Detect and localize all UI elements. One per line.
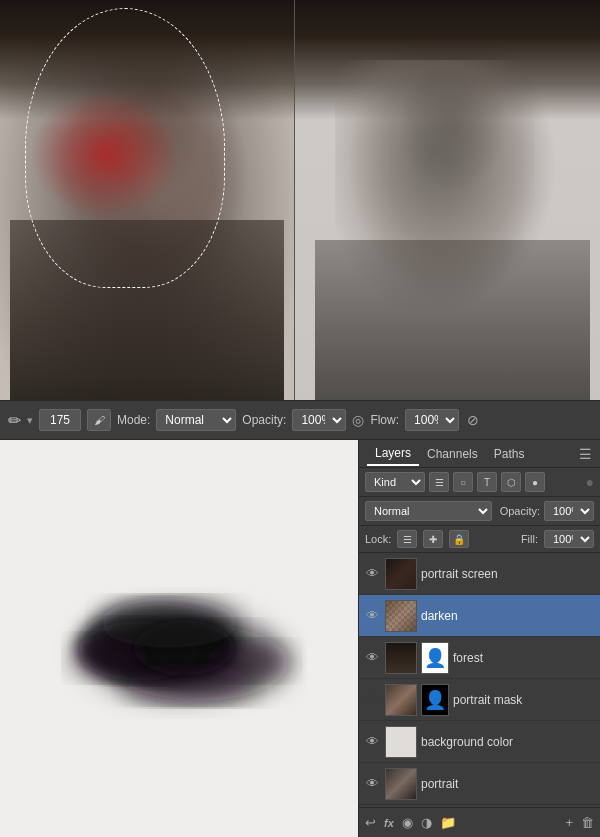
brush-preset-icon[interactable]: 🖌 xyxy=(87,409,111,431)
filter-icon-circle[interactable]: ○ xyxy=(453,472,473,492)
blend-mode-row: Normal Opacity: 100% xyxy=(359,497,600,526)
lock-position-btn[interactable]: 🔒 xyxy=(449,530,469,548)
layer-thumb-darken xyxy=(385,600,417,632)
layer-thumb-portrait-screen xyxy=(385,558,417,590)
toolbar-separator-1: ▾ xyxy=(27,414,33,427)
toolbar: ✏ ▾ 175 🖌 Mode: Normal Opacity: 100% ◎ F… xyxy=(0,400,600,440)
blend-mode-dropdown[interactable]: Normal xyxy=(365,501,492,521)
filter-icon-smart[interactable]: ● xyxy=(525,472,545,492)
flow-dropdown[interactable]: 100% xyxy=(405,409,459,431)
tab-channels[interactable]: Channels xyxy=(419,443,486,465)
lock-row: Lock: ☰ ✚ 🔒 Fill: 100% xyxy=(359,526,600,553)
layer-portrait-screen[interactable]: 👁 portrait screen xyxy=(359,553,600,595)
filter-icon-shape[interactable]: ⬡ xyxy=(501,472,521,492)
layer-name-portrait: portrait xyxy=(421,777,596,791)
layer-background-color[interactable]: 👁 background color xyxy=(359,721,600,763)
canvas-area xyxy=(0,0,600,400)
layer-mask-forest: 👤 xyxy=(421,642,449,674)
airbrush-icon[interactable]: ◎ xyxy=(352,412,364,428)
layer-portrait-mask[interactable]: 👁 👤 portrait mask xyxy=(359,679,600,721)
opacity-value-dropdown[interactable]: 100% xyxy=(544,501,594,521)
panel-menu-icon[interactable]: ☰ xyxy=(579,446,592,462)
canvas-right[interactable] xyxy=(295,0,600,400)
layer-thumb-bg-color xyxy=(385,726,417,758)
canvas-left[interactable] xyxy=(0,0,295,400)
opacity-dropdown[interactable]: 100% xyxy=(292,409,346,431)
layer-visibility-bg-color[interactable]: 👁 xyxy=(363,733,381,751)
add-mask-icon[interactable]: ◉ xyxy=(402,815,413,830)
lock-image-btn[interactable]: ✚ xyxy=(423,530,443,548)
filter-toggle-icon[interactable]: ● xyxy=(586,474,594,490)
new-layer-icon[interactable]: + xyxy=(565,815,573,830)
flow-label: Flow: xyxy=(370,413,399,427)
mode-label: Mode: xyxy=(117,413,150,427)
layer-visibility-portrait[interactable]: 👁 xyxy=(363,775,381,793)
fx-icon[interactable]: fx xyxy=(384,817,394,829)
lock-transparent-btn[interactable]: ☰ xyxy=(397,530,417,548)
bottom-area: Layers Channels Paths ☰ Kind ☰ ○ T ⬡ ● ●… xyxy=(0,440,600,837)
brush-icon[interactable]: ✏ xyxy=(8,411,21,430)
layer-name-forest: forest xyxy=(453,651,596,665)
layer-thumb-portrait-mask xyxy=(385,684,417,716)
layer-name-background-color: background color xyxy=(421,735,596,749)
layer-visibility-forest[interactable]: 👁 xyxy=(363,649,381,667)
panel-tabs: Layers Channels Paths ☰ xyxy=(359,440,600,468)
adjustments-icon[interactable]: ◑ xyxy=(421,815,432,830)
opacity-label: Opacity: xyxy=(242,413,286,427)
lock-label: Lock: xyxy=(365,533,391,545)
svg-point-7 xyxy=(99,598,239,648)
layer-visibility-darken[interactable]: 👁 xyxy=(363,607,381,625)
layer-mask-portrait-mask: 👤 xyxy=(421,684,449,716)
fill-label: Fill: xyxy=(521,533,538,545)
forest-overlay-right xyxy=(295,0,600,120)
layer-thumb-forest xyxy=(385,642,417,674)
fill-value-dropdown[interactable]: 100% xyxy=(544,530,594,548)
svg-point-8 xyxy=(124,663,254,703)
kind-dropdown[interactable]: Kind xyxy=(365,472,425,492)
delete-layer-icon[interactable]: 🗑 xyxy=(581,815,594,830)
panel-bottom: ↩ fx ◉ ◑ 📁 + 🗑 xyxy=(359,807,600,837)
tab-paths[interactable]: Paths xyxy=(486,443,533,465)
layer-visibility-portrait-mask[interactable]: 👁 xyxy=(363,691,381,709)
brush-stroke-svg xyxy=(39,543,319,743)
layer-thumb-portrait xyxy=(385,768,417,800)
brush-preview-panel[interactable] xyxy=(0,440,358,837)
new-group-icon[interactable]: 📁 xyxy=(440,815,456,830)
filter-icon-list[interactable]: ☰ xyxy=(429,472,449,492)
layers-list: 👁 portrait screen 👁 darken 👁 xyxy=(359,553,600,807)
brush-size-input[interactable]: 175 xyxy=(39,409,81,431)
mode-dropdown[interactable]: Normal xyxy=(156,409,236,431)
layer-portrait[interactable]: 👁 portrait xyxy=(359,763,600,805)
layers-panel: Layers Channels Paths ☰ Kind ☰ ○ T ⬡ ● ●… xyxy=(358,440,600,837)
forest-overlay-left xyxy=(0,0,294,120)
link-layers-icon[interactable]: ↩ xyxy=(365,815,376,830)
layer-name-darken: darken xyxy=(421,609,596,623)
layer-visibility-portrait-screen[interactable]: 👁 xyxy=(363,565,381,583)
opacity-label: Opacity: xyxy=(500,505,540,517)
kind-filter-row: Kind ☰ ○ T ⬡ ● ● xyxy=(359,468,600,497)
layer-darken[interactable]: 👁 darken xyxy=(359,595,600,637)
layer-forest[interactable]: 👁 👤 forest xyxy=(359,637,600,679)
layer-name-portrait-screen: portrait screen xyxy=(421,567,596,581)
filter-icon-text[interactable]: T xyxy=(477,472,497,492)
tab-layers[interactable]: Layers xyxy=(367,442,419,466)
smoothing-icon[interactable]: ⊘ xyxy=(467,412,479,428)
layer-name-portrait-mask: portrait mask xyxy=(453,693,596,707)
